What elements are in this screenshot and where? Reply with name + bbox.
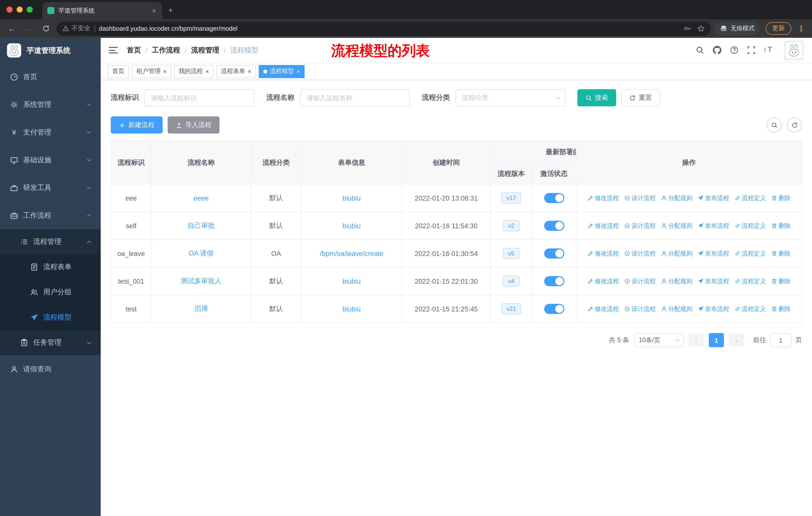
breadcrumb-home[interactable]: 首页 [127, 46, 141, 55]
action-definition[interactable]: 流程定义 [734, 305, 766, 313]
action-assign-rules[interactable]: 分配规则 [661, 277, 692, 286]
action-publish[interactable]: 发布流程 [697, 194, 729, 202]
prev-page-button[interactable]: ‹ [689, 333, 704, 347]
page-number-1[interactable]: 1 [709, 333, 724, 347]
key-icon[interactable] [684, 25, 691, 32]
new-tab-button[interactable]: + [168, 5, 173, 16]
search-button[interactable]: 搜索 [577, 89, 616, 106]
browser-menu-icon[interactable]: ⋮ [795, 24, 807, 33]
action-delete[interactable]: 删除 [771, 305, 791, 313]
model-name-link[interactable]: OA 请假 [188, 249, 213, 257]
action-edit[interactable]: 修改流程 [587, 277, 619, 286]
toggle-search-button[interactable] [767, 117, 782, 133]
breadcrumb-process-mgmt[interactable]: 流程管理 [191, 46, 220, 55]
avatar[interactable] [784, 40, 804, 60]
create-process-button[interactable]: 新建流程 [111, 116, 163, 134]
category-select[interactable]: 流程分类 [456, 89, 565, 106]
browser-tab[interactable]: 芋道管理系统 × [42, 2, 162, 19]
sidebar-item-task-mgmt[interactable]: 任务管理 [0, 330, 101, 355]
action-assign-rules[interactable]: 分配规则 [661, 221, 692, 230]
action-design[interactable]: 设计流程 [624, 221, 656, 230]
model-name-link[interactable]: 滔博 [194, 305, 208, 313]
action-edit[interactable]: 修改流程 [587, 221, 619, 230]
action-publish[interactable]: 发布流程 [697, 221, 729, 230]
tab-close-icon[interactable]: × [151, 6, 157, 15]
address-bar[interactable]: 不安全 dashboard.yudao.iocoder.cn/bpm/manag… [56, 21, 711, 35]
import-process-button[interactable]: 导入流程 [168, 116, 220, 134]
action-delete[interactable]: 删除 [771, 221, 791, 230]
back-button[interactable]: ← [5, 22, 18, 35]
active-toggle[interactable] [544, 193, 564, 203]
form-info-link[interactable]: biubiu [343, 194, 361, 202]
action-publish[interactable]: 发布流程 [697, 305, 729, 313]
font-size-icon[interactable] [764, 45, 775, 53]
github-icon[interactable] [713, 46, 721, 54]
update-chrome-button[interactable]: 更新 [766, 22, 791, 35]
view-tag[interactable]: 我的流程× [174, 65, 213, 78]
close-icon[interactable]: × [248, 68, 251, 74]
page-size-select[interactable]: 10条/页 [634, 333, 684, 347]
form-info-link[interactable]: /bpm/oa/leave/create [320, 250, 383, 257]
view-tag[interactable]: 流程表单× [216, 65, 256, 78]
close-icon[interactable]: × [296, 68, 300, 74]
sidebar-item-user-group[interactable]: 用户分组 [0, 280, 101, 305]
action-definition[interactable]: 流程定义 [734, 194, 766, 202]
minimize-window-button[interactable] [17, 6, 23, 12]
action-edit[interactable]: 修改流程 [587, 249, 619, 258]
close-window-button[interactable] [6, 6, 12, 12]
process-name-input[interactable] [300, 89, 410, 106]
sidebar-item-process-model[interactable]: 流程模型 [0, 305, 101, 330]
next-page-button[interactable]: › [729, 333, 744, 347]
form-info-link[interactable]: biubiu [343, 305, 361, 313]
close-icon[interactable]: × [205, 68, 209, 74]
incognito-badge[interactable]: 无痕模式 [715, 21, 760, 35]
sidebar-item-payment-mgmt[interactable]: 支付管理 [0, 118, 101, 146]
view-tag[interactable]: 首页 [108, 65, 129, 78]
active-toggle[interactable] [544, 248, 564, 259]
sidebar-item-leave-query[interactable]: 请假查询 [0, 355, 101, 383]
active-toggle[interactable] [544, 276, 564, 286]
question-icon[interactable] [730, 46, 738, 54]
sidebar-item-process-mgmt[interactable]: 流程管理 [0, 229, 101, 254]
sidebar-item-infrastructure[interactable]: 基础设施 [0, 146, 101, 174]
bookmark-star-icon[interactable] [697, 25, 705, 32]
active-toggle[interactable] [544, 304, 564, 314]
action-assign-rules[interactable]: 分配规则 [661, 249, 692, 258]
action-design[interactable]: 设计流程 [624, 249, 656, 258]
action-assign-rules[interactable]: 分配规则 [661, 305, 692, 313]
reload-button[interactable] [39, 22, 52, 35]
sidebar-item-home[interactable]: 首页 [0, 63, 101, 91]
fullscreen-icon[interactable] [747, 46, 756, 54]
action-design[interactable]: 设计流程 [624, 194, 656, 202]
action-edit[interactable]: 修改流程 [587, 305, 619, 313]
form-info-link[interactable]: biubiu [343, 222, 361, 229]
sidebar-item-system-mgmt[interactable]: 系统管理 [0, 91, 101, 118]
view-tag[interactable]: 租户管理× [132, 65, 171, 78]
sidebar-item-workflow[interactable]: 工作流程 [0, 201, 101, 229]
sidebar-item-dev-tools[interactable]: 研发工具 [0, 174, 101, 201]
action-delete[interactable]: 删除 [771, 194, 791, 202]
action-definition[interactable]: 流程定义 [734, 277, 766, 286]
model-name-link[interactable]: 测试多审批人 [181, 277, 222, 285]
action-design[interactable]: 设计流程 [624, 277, 656, 286]
action-delete[interactable]: 删除 [771, 249, 791, 258]
goto-page-input[interactable] [770, 333, 791, 347]
form-info-link[interactable]: biubiu [343, 277, 361, 285]
action-publish[interactable]: 发布流程 [697, 249, 729, 258]
action-definition[interactable]: 流程定义 [734, 249, 766, 258]
action-assign-rules[interactable]: 分配规则 [661, 194, 692, 202]
collapse-sidebar-icon[interactable] [109, 47, 118, 53]
action-design[interactable]: 设计流程 [624, 305, 656, 313]
zoom-window-button[interactable] [27, 6, 33, 12]
action-publish[interactable]: 发布流程 [697, 277, 729, 286]
model-name-link[interactable]: eeee [194, 194, 209, 202]
process-key-input[interactable] [144, 89, 254, 106]
refresh-table-button[interactable] [787, 117, 802, 133]
security-indicator[interactable]: 不安全 [62, 24, 90, 33]
sidebar-item-process-form[interactable]: 流程表单 [0, 254, 101, 280]
forward-button[interactable]: → [22, 22, 35, 35]
action-definition[interactable]: 流程定义 [734, 221, 766, 230]
action-delete[interactable]: 删除 [771, 277, 791, 286]
model-name-link[interactable]: 自己审批 [187, 222, 215, 229]
view-tag[interactable]: 流程模型× [259, 65, 304, 78]
